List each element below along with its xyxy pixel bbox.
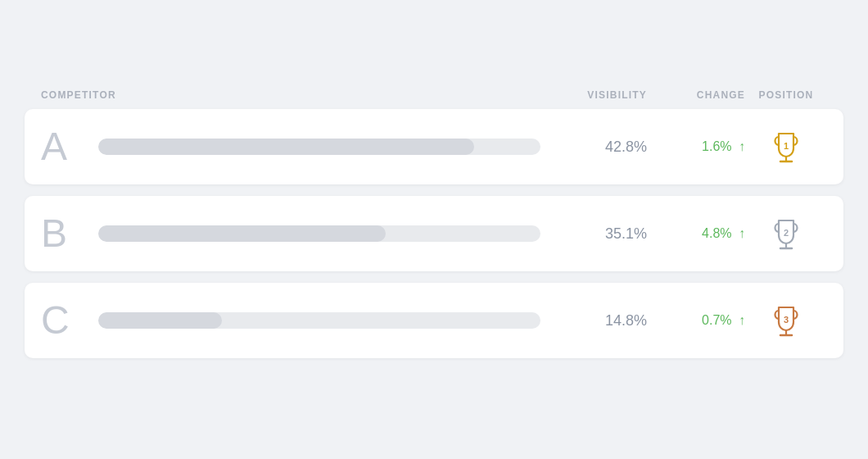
change-arrow-a: ↑ bbox=[739, 139, 745, 153]
position-cell-c: 3 bbox=[745, 301, 827, 340]
visibility-value-b: 35.1% bbox=[549, 225, 647, 243]
trophy-c: 3 bbox=[766, 301, 806, 340]
change-arrow-b: ↑ bbox=[739, 226, 745, 240]
change-value-c: 0.7% ↑ bbox=[647, 313, 745, 328]
position-cell-b: 2 bbox=[745, 214, 827, 253]
bar-fill-a bbox=[98, 139, 474, 155]
visibility-bar-b bbox=[98, 225, 540, 242]
change-arrow-c: ↑ bbox=[739, 313, 745, 327]
header-visibility: VISIBILITY bbox=[549, 89, 647, 101]
visibility-value-a: 42.8% bbox=[549, 139, 647, 156]
bar-fill-c bbox=[98, 312, 222, 329]
trophy-a: 1 bbox=[766, 127, 806, 166]
table-header: COMPETITOR VISIBILITY CHANGE POSITION bbox=[25, 89, 843, 109]
competitor-label-c: C bbox=[41, 301, 98, 340]
rows-container: A 42.8% 1.6% ↑ bbox=[25, 109, 843, 358]
visibility-value-c: 14.8% bbox=[549, 312, 647, 329]
position-cell-a: 1 bbox=[745, 127, 827, 166]
bar-fill-b bbox=[98, 225, 386, 242]
trophy-icon-c: 3 bbox=[766, 301, 806, 340]
header-change: CHANGE bbox=[647, 89, 745, 101]
change-value-a: 1.6% ↑ bbox=[647, 139, 745, 154]
visibility-bar-a bbox=[98, 139, 540, 155]
table-row-a: A 42.8% 1.6% ↑ bbox=[25, 109, 843, 184]
table-row-c: C 14.8% 0.7% ↑ bbox=[25, 283, 843, 358]
header-position: POSITION bbox=[745, 89, 827, 101]
main-container: COMPETITOR VISIBILITY CHANGE POSITION A … bbox=[16, 73, 852, 386]
trophy-b: 2 bbox=[766, 214, 806, 253]
svg-text:1: 1 bbox=[784, 141, 789, 151]
header-competitor: COMPETITOR bbox=[41, 89, 549, 101]
svg-text:2: 2 bbox=[784, 228, 789, 238]
competitor-label-b: B bbox=[41, 214, 98, 253]
svg-text:3: 3 bbox=[784, 315, 789, 325]
change-value-b: 4.8% ↑ bbox=[647, 226, 745, 241]
trophy-icon-b: 2 bbox=[766, 214, 806, 253]
visibility-bar-c bbox=[98, 312, 540, 329]
table-row-b: B 35.1% 4.8% ↑ bbox=[25, 196, 843, 271]
competitor-label-a: A bbox=[41, 127, 98, 166]
trophy-icon-a: 1 bbox=[766, 127, 806, 166]
